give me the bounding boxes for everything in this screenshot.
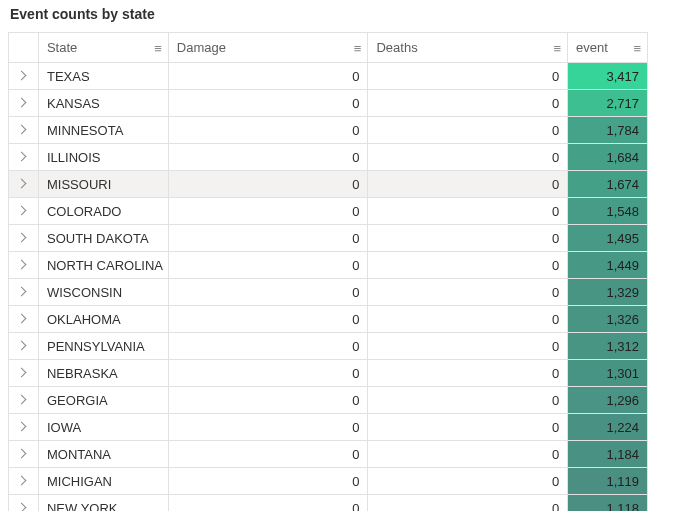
table-row[interactable]: PENNSYLVANIA001,312: [8, 333, 647, 360]
cell-event: 3,417: [567, 63, 647, 89]
cell-damage: 0: [168, 63, 368, 89]
table-row[interactable]: TEXAS003,417: [8, 63, 647, 90]
cell-damage: 0: [168, 252, 368, 278]
table-row[interactable]: OKLAHOMA001,326: [8, 306, 647, 333]
chevron-right-icon: [18, 179, 28, 189]
expand-toggle[interactable]: [8, 333, 38, 359]
cell-state: IOWA: [38, 414, 168, 440]
table-row[interactable]: WISCONSIN001,329: [8, 279, 647, 306]
cell-deaths: 0: [367, 279, 567, 305]
cell-deaths: 0: [367, 252, 567, 278]
chevron-right-icon: [18, 422, 28, 432]
cell-event: 2,717: [567, 90, 647, 116]
chevron-right-icon: [18, 368, 28, 378]
cell-event: 1,674: [567, 171, 647, 197]
panel-title: Event counts by state: [0, 0, 679, 32]
hamburger-icon[interactable]: ≡: [354, 41, 362, 54]
chevron-right-icon: [18, 206, 28, 216]
cell-event: 1,224: [567, 414, 647, 440]
cell-state: MISSOURI: [38, 171, 168, 197]
chevron-right-icon: [18, 503, 28, 511]
chevron-right-icon: [18, 287, 28, 297]
expand-toggle[interactable]: [8, 414, 38, 440]
cell-event: 1,184: [567, 441, 647, 467]
cell-deaths: 0: [367, 198, 567, 224]
expand-toggle[interactable]: [8, 495, 38, 511]
cell-event: 1,495: [567, 225, 647, 251]
cell-state: COLORADO: [38, 198, 168, 224]
cell-event: 1,326: [567, 306, 647, 332]
cell-deaths: 0: [367, 225, 567, 251]
header-row: State ≡ Damage ≡ Deaths ≡ event ≡: [8, 33, 647, 63]
cell-state: NEBRASKA: [38, 360, 168, 386]
chevron-right-icon: [18, 260, 28, 270]
table-row[interactable]: MISSOURI001,674: [8, 171, 647, 198]
cell-event: 1,301: [567, 360, 647, 386]
chevron-right-icon: [18, 395, 28, 405]
table-row[interactable]: MONTANA001,184: [8, 441, 647, 468]
cell-event: 1,684: [567, 144, 647, 170]
cell-damage: 0: [168, 90, 368, 116]
header-event[interactable]: event ≡: [567, 33, 647, 62]
cell-state: SOUTH DAKOTA: [38, 225, 168, 251]
table-row[interactable]: NORTH CAROLINA001,449: [8, 252, 647, 279]
expand-toggle[interactable]: [8, 306, 38, 332]
cell-damage: 0: [168, 198, 368, 224]
hamburger-icon[interactable]: ≡: [554, 41, 562, 54]
chevron-right-icon: [18, 125, 28, 135]
expand-toggle[interactable]: [8, 144, 38, 170]
table-row[interactable]: SOUTH DAKOTA001,495: [8, 225, 647, 252]
expand-toggle[interactable]: [8, 468, 38, 494]
expand-toggle[interactable]: [8, 198, 38, 224]
cell-damage: 0: [168, 387, 368, 413]
expand-toggle[interactable]: [8, 225, 38, 251]
table-row[interactable]: ILLINOIS001,684: [8, 144, 647, 171]
cell-state: WISCONSIN: [38, 279, 168, 305]
cell-deaths: 0: [367, 360, 567, 386]
cell-event: 1,784: [567, 117, 647, 143]
header-state[interactable]: State ≡: [38, 33, 168, 62]
cell-deaths: 0: [367, 144, 567, 170]
cell-state: GEORGIA: [38, 387, 168, 413]
table-row[interactable]: KANSAS002,717: [8, 90, 647, 117]
data-grid: State ≡ Damage ≡ Deaths ≡ event ≡ TEXAS0…: [8, 32, 648, 511]
expand-toggle[interactable]: [8, 63, 38, 89]
cell-state: NEW YORK: [38, 495, 168, 511]
cell-deaths: 0: [367, 414, 567, 440]
expand-toggle[interactable]: [8, 252, 38, 278]
table-row[interactable]: NEW YORK001,118: [8, 495, 647, 511]
expand-toggle[interactable]: [8, 90, 38, 116]
header-damage[interactable]: Damage ≡: [168, 33, 368, 62]
table-row[interactable]: IOWA001,224: [8, 414, 647, 441]
cell-damage: 0: [168, 144, 368, 170]
cell-damage: 0: [168, 171, 368, 197]
cell-event: 1,118: [567, 495, 647, 511]
table-row[interactable]: NEBRASKA001,301: [8, 360, 647, 387]
chevron-right-icon: [18, 71, 28, 81]
cell-state: KANSAS: [38, 90, 168, 116]
expand-toggle[interactable]: [8, 279, 38, 305]
cell-state: ILLINOIS: [38, 144, 168, 170]
hamburger-icon[interactable]: ≡: [633, 41, 641, 54]
expand-toggle[interactable]: [8, 117, 38, 143]
expand-toggle[interactable]: [8, 441, 38, 467]
table-row[interactable]: GEORGIA001,296: [8, 387, 647, 414]
expand-toggle[interactable]: [8, 387, 38, 413]
expand-toggle[interactable]: [8, 171, 38, 197]
cell-event: 1,449: [567, 252, 647, 278]
hamburger-icon[interactable]: ≡: [154, 41, 162, 54]
cell-event: 1,312: [567, 333, 647, 359]
header-damage-label: Damage: [177, 40, 226, 55]
header-expand: [8, 33, 38, 62]
table-row[interactable]: MICHIGAN001,119: [8, 468, 647, 495]
cell-state: PENNSYLVANIA: [38, 333, 168, 359]
cell-event: 1,119: [567, 468, 647, 494]
header-event-label: event: [576, 40, 608, 55]
header-state-label: State: [47, 40, 77, 55]
header-deaths[interactable]: Deaths ≡: [367, 33, 567, 62]
table-row[interactable]: MINNESOTA001,784: [8, 117, 647, 144]
expand-toggle[interactable]: [8, 360, 38, 386]
cell-damage: 0: [168, 279, 368, 305]
table-row[interactable]: COLORADO001,548: [8, 198, 647, 225]
cell-damage: 0: [168, 414, 368, 440]
